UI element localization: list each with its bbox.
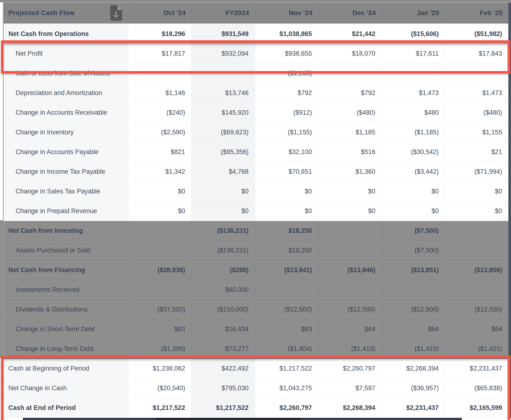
- table-row-change-in-accounts-receivable: Change in Accounts Receivable($240)$145,…: [4, 103, 508, 123]
- cell-value: $1,146: [128, 83, 191, 103]
- row-label: Dividends & Distributions: [4, 300, 128, 319]
- cell-value: $7,597: [318, 378, 381, 398]
- cell-value: ($15,606): [381, 24, 445, 44]
- table-row-depreciation-and-amortization: Depreciation and Amortization$1,146$13,7…: [4, 83, 508, 103]
- cell-value: $32,100: [255, 142, 318, 162]
- table-header-row: Projected Cash Flow Oct '24FY2024Nov '24…: [4, 2, 508, 24]
- row-label: Cash at Beginning of Period: [4, 359, 128, 378]
- table-row-cash-at-beginning-of-period: Cash at Beginning of Period$1,238,062$42…: [4, 359, 508, 378]
- cell-value: $1,473: [381, 83, 445, 103]
- row-label: Gain or Loss from Sale of Assets: [4, 64, 128, 83]
- cell-value: [191, 64, 255, 83]
- cell-value: $17,817: [128, 44, 191, 64]
- cell-value: ($13,841): [255, 260, 318, 280]
- row-label: Change in Long-Term Debt: [4, 339, 128, 359]
- cell-value: ($65,838): [445, 378, 508, 398]
- cell-value: $2,165,599: [445, 398, 508, 418]
- cell-value: $17,611: [381, 44, 445, 64]
- cell-value: $1,217,522: [191, 398, 255, 418]
- cell-value: $0: [255, 182, 318, 201]
- page-title: Projected Cash Flow: [8, 9, 75, 17]
- cell-value: $0: [128, 201, 191, 221]
- horizontal-scrollbar-thumb[interactable]: [156, 418, 301, 420]
- cell-value: ($12,500): [318, 300, 381, 319]
- cell-value: $2,268,394: [381, 359, 445, 378]
- cell-value: [445, 64, 508, 83]
- cell-value: ($240): [128, 103, 191, 123]
- cell-value: $792: [255, 83, 318, 103]
- table-title-cell: Projected Cash Flow: [4, 2, 128, 23]
- row-label: Change in Accounts Payable: [4, 142, 128, 162]
- file-download-icon[interactable]: [110, 5, 122, 21]
- cell-value: $1,043,275: [255, 378, 318, 398]
- cell-value: $1,217,522: [128, 398, 191, 418]
- cell-value: $795,030: [191, 378, 255, 398]
- cell-value: $18,070: [318, 44, 381, 64]
- cell-value: ($12,500): [381, 300, 445, 319]
- row-label: Change in Short-Term Debt: [4, 319, 128, 339]
- cell-value: $0: [318, 201, 381, 221]
- row-label: Net Cash from Investing: [4, 221, 128, 241]
- table-row-change-in-sales-tax-payable: Change in Sales Tax Payable$0$0$0$0$0$0: [4, 182, 508, 201]
- cell-value: ($1,155): [255, 123, 318, 142]
- cell-value: $0: [255, 201, 318, 221]
- table-row-change-in-income-tax-payable: Change in Income Tax Payable$1,342$4,768…: [4, 162, 508, 182]
- cell-value: ($150,000): [191, 300, 255, 319]
- vertical-scrollbar[interactable]: [508, 2, 511, 418]
- table-row-net-profit: Net Profit$17,817$932,094$938,655$18,070…: [4, 44, 508, 64]
- row-label: Assets Purchased or Sold: [4, 241, 128, 260]
- cell-value: $18,250: [255, 221, 318, 241]
- cell-value: ($30,542): [381, 142, 445, 162]
- cell-value: ($12,500): [255, 300, 318, 319]
- cell-value: ($1,415): [381, 339, 445, 359]
- cell-value: ($7,500): [381, 221, 445, 241]
- cell-value: [128, 221, 191, 241]
- cell-value: $932,094: [191, 44, 255, 64]
- cell-value: $64: [445, 319, 508, 339]
- cell-value: [128, 64, 191, 83]
- cell-value: ($95,356): [191, 142, 255, 162]
- cell-value: ($288): [191, 260, 255, 280]
- cell-value: $938,655: [255, 44, 318, 64]
- table-row-net-cash-from-investing: Net Cash from Investing($136,231)$18,250…: [4, 221, 508, 241]
- column-header-nov24: Nov '24: [255, 2, 318, 23]
- cell-value: $60,000: [191, 280, 255, 300]
- cell-value: $0: [445, 182, 508, 201]
- row-label: Change in Sales Tax Payable: [4, 182, 128, 201]
- cell-value: $70,651: [255, 162, 318, 182]
- cell-value: $73,277: [191, 339, 255, 359]
- row-label: Net Profit: [4, 44, 128, 64]
- table-row-gain-or-loss-from-sale-of-assets: Gain or Loss from Sale of Assets($1,265): [4, 64, 508, 83]
- cell-value: $63: [128, 319, 191, 339]
- cell-value: ($1,421): [445, 339, 508, 359]
- cell-value: [128, 241, 191, 260]
- cell-value: [318, 221, 381, 241]
- table-row-cash-at-end-of-period: Cash at End of Period$1,217,522$1,217,52…: [4, 398, 508, 418]
- row-label: Change in Inventory: [4, 123, 128, 142]
- cell-value: ($51,982): [445, 24, 508, 44]
- cell-value: [128, 280, 191, 300]
- cell-value: ($13,846): [318, 260, 381, 280]
- cell-value: $2,260,797: [255, 398, 318, 418]
- cell-value: [318, 241, 381, 260]
- table-row-change-in-prepaid-revenue: Change in Prepaid Revenue$0$0$0$0$0$0: [4, 201, 508, 221]
- cell-value: $516: [318, 142, 381, 162]
- cell-value: ($480): [318, 103, 381, 123]
- row-label: Change in Accounts Receivable: [4, 103, 128, 123]
- row-label: Change in Prepaid Revenue: [4, 201, 128, 221]
- cell-value: $1,185: [318, 123, 381, 142]
- cell-value: $1,342: [128, 162, 191, 182]
- cell-value: [445, 280, 508, 300]
- cell-value: $1,360: [318, 162, 381, 182]
- cell-value: $2,260,797: [318, 359, 381, 378]
- cell-value: $821: [128, 142, 191, 162]
- cell-value: $21: [445, 142, 508, 162]
- table-row-net-cash-from-operations: Net Cash from Operations$18,296$931,549$…: [4, 24, 508, 44]
- cell-value: ($1,404): [255, 339, 318, 359]
- cell-value: $0: [445, 201, 508, 221]
- cell-value: ($3,442): [381, 162, 445, 182]
- cell-value: $0: [191, 201, 255, 221]
- table-row-net-change-in-cash: Net Change in Cash($20,540)$795,030$1,04…: [4, 378, 508, 398]
- cell-value: ($1,185): [381, 123, 445, 142]
- cell-value: [381, 280, 445, 300]
